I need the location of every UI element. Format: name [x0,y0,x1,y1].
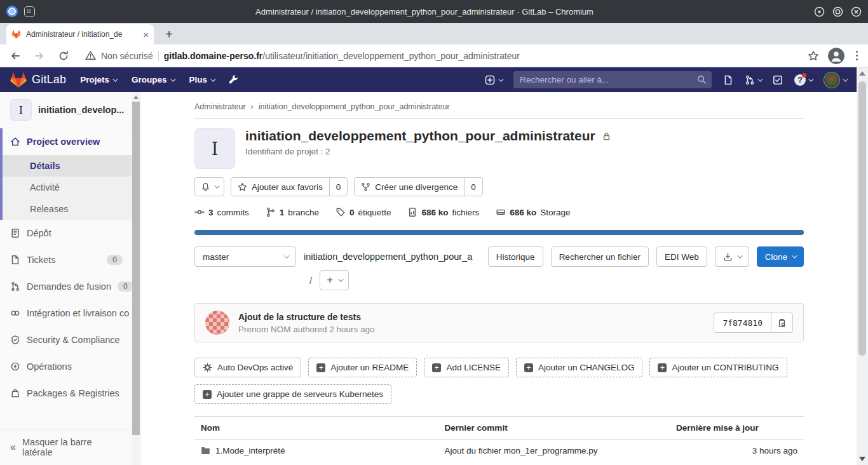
commit-sha[interactable]: 7f874810 [714,313,771,332]
security-label[interactable]: Non sécurisé [101,51,153,61]
url-path: /utilisateur/initiation_developpement_py… [262,51,520,61]
gitlab-logo[interactable]: GitLab [10,72,66,88]
download-button[interactable] [715,246,749,267]
user-menu[interactable] [824,72,846,88]
admin-wrench-icon[interactable] [228,74,239,85]
sidebar-item-security-compliance[interactable]: Security & Compliance [0,327,132,353]
omnibox-divider [158,51,159,61]
new-tab-button[interactable]: + [160,25,178,43]
reload-icon[interactable] [56,48,71,64]
url-text[interactable]: gitlab.domaine-perso.fr/utilisateur/init… [164,51,520,61]
sidebar-item-releases[interactable]: Releases [3,198,132,220]
stat-tags[interactable]: 0étiquette [336,207,391,217]
copy-sha-button[interactable] [771,313,792,332]
scroll-down-arrow-icon[interactable] [859,457,865,461]
chevron-down-icon [338,276,343,281]
page-scrollbar-thumb[interactable] [858,81,866,356]
tag-icon [336,207,346,217]
auto-devops-button[interactable]: Auto DevOps activé [194,358,301,377]
sidebar-item-demandes-de-fusion[interactable]: Demandes de fusion 0 [0,273,132,300]
collapse-sidebar-button[interactable]: « Masquer la barre latérale [0,429,132,465]
star-count[interactable]: 0 [329,178,348,196]
find-file-button[interactable]: Rechercher un fichier [551,246,649,267]
add-license-button[interactable]: +Add LICENSE [424,358,509,377]
sidebar-scrollbar[interactable] [132,92,140,465]
add-readme-button[interactable]: +Ajouter un README [308,358,417,377]
browser-tab[interactable]: Administrateur / initiation_de × [6,24,154,44]
maximize-button[interactable] [832,6,843,17]
breadcrumb-parent[interactable]: Administrateur [194,102,246,111]
sidebar-scrollbar-thumb[interactable] [132,102,140,435]
sidebar-item-tickets[interactable]: Tickets 0 [0,246,132,273]
apps-grid-icon[interactable] [24,6,35,17]
stat-branches[interactable]: 1branche [266,207,319,217]
notification-dot [802,73,806,78]
chevron-down-icon [792,253,797,258]
minimize-button[interactable] [814,6,825,17]
sidebar-item-depot[interactable]: Dépôt [0,220,132,246]
star-project-button[interactable]: Ajouter aux favoris 0 [231,177,348,196]
new-menu-button[interactable] [485,75,502,85]
help-menu[interactable]: ? [794,74,812,86]
tab-close-icon[interactable]: × [143,30,149,39]
sidebar-item-project-overview[interactable]: Project overview [3,128,132,155]
chevron-down-icon [284,253,289,258]
scroll-up-arrow-icon[interactable] [859,71,865,76]
stat-files[interactable]: 686 kofichiers [407,207,479,217]
language-bar[interactable] [194,230,804,235]
history-button[interactable]: Historique [488,246,543,267]
row-updated: 3 hours ago [670,440,804,462]
todos-icon[interactable] [773,75,783,85]
back-icon[interactable] [8,48,23,64]
sidebar-item-packages-registries[interactable]: Packages & Registries [0,380,132,407]
commit-title[interactable]: Ajout de la structure de tests [238,312,375,322]
sidebar-project-header[interactable]: I initiation_develop... [0,92,132,128]
scroll-up-arrow-icon[interactable] [133,95,139,99]
chevron-down-icon [214,183,219,188]
nav-groupes[interactable]: Groupes [132,75,174,84]
stat-storage[interactable]: 686 koStorage [496,207,570,217]
bookmark-star-icon[interactable] [808,50,819,62]
sidebar-item-operations[interactable]: Opérations [0,353,132,380]
last-commit-box: Ajout de la structure de tests Prenom NO… [194,303,804,342]
issues-icon[interactable] [723,75,733,85]
add-contributing-button[interactable]: +Ajouter un CONTRIBUTING [649,358,787,377]
browser-profile-avatar[interactable] [828,48,844,64]
web-ide-button[interactable]: EDI Web [656,246,707,267]
nav-plus[interactable]: Plus [189,75,215,84]
add-changelog-button[interactable]: +Ajouter un CHANGELOG [516,358,643,377]
commit-author-avatar[interactable] [205,311,229,335]
table-row[interactable]: 1.Mode_interprété Ajout du fichier mon_1… [194,440,804,462]
forward-icon[interactable] [32,48,47,64]
url-domain: gitlab.domaine-perso.fr [164,51,263,61]
clone-button[interactable]: Clone [757,246,804,267]
sidebar-item-details[interactable]: Détails [3,155,132,177]
sidebar-item-ci-cd[interactable]: Intégration et livraison co [0,300,132,327]
search-input[interactable] [513,71,712,88]
merge-requests-icon[interactable] [745,75,761,85]
add-file-button[interactable]: + [320,270,349,290]
search-icon [696,74,707,84]
breadcrumb-current[interactable]: initiation_developpement_python_pour_adm… [259,102,450,111]
folder-name[interactable]: 1.Mode_interprété [215,446,285,455]
stat-commits[interactable]: 3commits [194,207,249,217]
chevron-down-icon [112,76,118,81]
omnibox[interactable]: Non sécurisé gitlab.domaine-perso.fr/uti… [80,50,799,61]
fork-count[interactable]: 0 [464,178,482,196]
browser-menu-icon[interactable] [853,51,860,60]
close-button[interactable] [851,6,862,17]
branch-selector[interactable]: master [194,246,296,267]
nav-projets[interactable]: Projets [80,75,116,84]
page-scrollbar[interactable] [857,67,868,465]
add-kubernetes-cluster-button[interactable]: +Ajouter une grappe de serveurs Kubernet… [194,384,391,404]
commit-meta: Prenom NOM authored 2 hours ago [238,325,375,334]
project-sidebar: I initiation_develop... Project overview… [0,92,132,465]
fork-icon [361,182,370,192]
row-commit-message[interactable]: Ajout du fichier mon_1er_programme.py [438,440,670,462]
sidebar-item-activite[interactable]: Activité [3,177,132,198]
fork-project-button[interactable]: Créer une divergence 0 [354,177,482,196]
notifications-button[interactable] [194,177,224,196]
chromium-icon [6,6,18,17]
repo-path[interactable]: initiation_developpement_python_pour_a [304,252,480,262]
project-avatar: I [10,99,32,121]
